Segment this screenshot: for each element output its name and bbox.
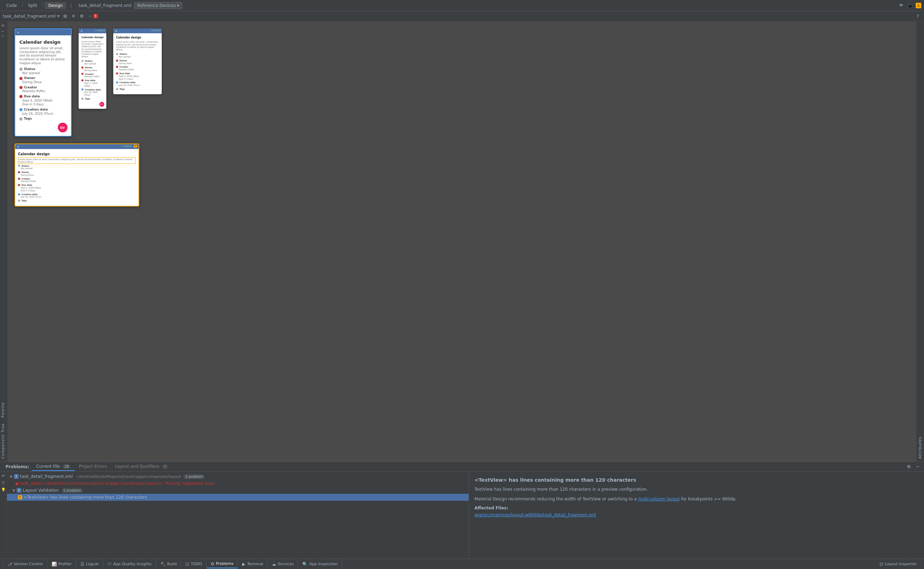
problem-group-1: ▼ X task_detail_fragment.xml ~/AndroidSt…	[7, 473, 469, 501]
problem-error-item[interactable]: ● task_detail <androidx.coordinatorlayou…	[7, 480, 469, 487]
terminal-item[interactable]: ▶ Terminal	[238, 560, 268, 568]
owner-label: Owner	[20, 76, 67, 81]
project-errors-tab[interactable]: Project Errors	[75, 463, 111, 471]
toolbar-right: 👁 📱 ⚠	[898, 2, 921, 9]
file-name-label[interactable]: task_detail_fragment.xml	[3, 14, 55, 19]
app-inspection-icon: 🔍	[302, 562, 308, 567]
card-fab-main[interactable]: ✏	[58, 123, 68, 132]
build-label: Build	[167, 562, 177, 566]
w-creator-icon	[18, 178, 20, 180]
constraint-icon[interactable]: ✕	[70, 13, 77, 20]
w-owner-lbl: Owner	[18, 171, 136, 173]
canvas-area[interactable]: Calendar design Lorem ipsum dolor sit am…	[8, 21, 916, 462]
preview-card-2[interactable]: Calendar design Lorem ipsum dolor sit am…	[79, 29, 106, 109]
c3-tags-lbl: Tags	[116, 88, 159, 90]
toolbar-more-button[interactable]: »	[89, 14, 91, 18]
main-content: 👁 ← ↑ Palette Component Tree Calendar de…	[0, 21, 924, 462]
device-icon[interactable]: 📱	[907, 2, 913, 9]
version-control-label: Version Control	[14, 562, 43, 566]
tab-split[interactable]: Split	[24, 2, 41, 9]
layout-inspector-item[interactable]: ⊡ Layout Inspector	[875, 560, 921, 568]
warning-item-selected[interactable]: ! <TextView> has lines containing more t…	[7, 494, 469, 501]
w-due-icon	[18, 184, 20, 186]
card3-tags: Tags	[116, 88, 159, 90]
problem-filepath: ~/AndroidStudioProjects/trackr/app/src/m…	[76, 475, 181, 479]
problems-status-item[interactable]: ⊙ Problems	[207, 560, 238, 568]
todo-item[interactable]: ☑ TODO	[181, 560, 206, 568]
logcat-item[interactable]: ☰ Logcat	[76, 560, 103, 568]
card2-fab[interactable]: ✏	[99, 102, 104, 107]
card-body-main: Calendar design Lorem ipsum dolor sit am…	[15, 35, 71, 136]
w-tags-lbl: Tags	[18, 199, 136, 202]
component-tree-tab[interactable]: Component Tree	[0, 420, 7, 462]
help-icon[interactable]: ?	[914, 13, 921, 20]
preview-card-3[interactable]: + Android Calendar design Lorem ipsum do…	[113, 29, 162, 94]
current-file-tab[interactable]: Current File 28	[32, 463, 75, 471]
owner-icon	[20, 77, 23, 80]
settings-icon[interactable]: ⚙	[905, 463, 912, 470]
card-header-warning: + Android !	[15, 144, 138, 149]
card-title-2: Calendar design	[81, 36, 103, 39]
build-item[interactable]: 🔨 Build	[156, 560, 182, 568]
status-label: Status	[20, 67, 67, 72]
w-due-val2: Due in 3 days	[21, 189, 136, 192]
minimize-icon[interactable]: −	[914, 463, 921, 470]
affected-file-link[interactable]: app/src/main/res/layout-w600dp/task_deta…	[475, 513, 918, 517]
settings-small-icon[interactable]: ⚙	[78, 13, 85, 20]
w-creation: Creation date July 16, 2020 (Thur)	[18, 193, 136, 199]
problems-icon: ⊙	[211, 561, 214, 566]
detail-body-1: TextView has lines containing more than …	[475, 486, 918, 492]
build-icon: 🔨	[160, 562, 165, 567]
c3-due-icon	[116, 72, 118, 75]
chevron-down-icon-2: ▼	[12, 488, 15, 492]
eye-icon[interactable]: 👁	[898, 2, 904, 9]
palette-tab[interactable]: Palette	[0, 399, 7, 420]
w-status: Status Not started	[18, 164, 136, 170]
problem-count-1: 1 problem	[184, 475, 205, 479]
app-quality-item[interactable]: 🛡 App Quality Insights	[103, 560, 156, 568]
multi-column-link[interactable]: multi-column layout	[638, 497, 680, 501]
services-item[interactable]: ☁ Services	[268, 560, 298, 568]
c3-status-icon	[116, 53, 118, 55]
preview-card-main[interactable]: Calendar design Lorem ipsum dolor sit am…	[15, 29, 72, 137]
c2-owner-val: Daring Dove	[84, 69, 103, 72]
app-inspection-item[interactable]: 🔍 App Inspection	[298, 560, 342, 568]
attributes-panel[interactable]: Attributes	[916, 21, 924, 462]
problems-bulb-icon[interactable]: 💡	[1, 487, 6, 492]
header-dot-3	[115, 30, 117, 32]
w-android-badge: + Android	[121, 145, 132, 147]
version-control-item[interactable]: ⎇ Version Control	[3, 560, 47, 568]
card-header-3: + Android	[113, 29, 162, 33]
up-arrow-icon[interactable]: ↑	[0, 34, 6, 40]
left-arrow-icon[interactable]: ←	[0, 29, 6, 34]
tab-design[interactable]: Design	[45, 2, 66, 9]
creation-label: Creation date	[20, 108, 67, 112]
c3-due-val2: Due in 3 days	[119, 78, 159, 81]
preview-card-warning[interactable]: + Android ! Calendar design Lorem ipsum …	[15, 143, 139, 207]
tab-sep-1: |	[22, 2, 23, 9]
eye-small-icon[interactable]: 👁	[0, 23, 6, 29]
card-field-creator: Creator Peaceful Puffin	[20, 85, 67, 94]
bottom-panel: Problems: Current File 28 Project Errors…	[0, 462, 924, 558]
error-item-text: task_detail <androidx.coordinatorlayout.…	[20, 481, 215, 486]
layout-validation-count: 1 problem	[62, 488, 83, 493]
tab-code[interactable]: Code	[3, 2, 20, 9]
c3-creation-icon	[116, 81, 118, 84]
preview-row-2: + Android ! Calendar design Lorem ipsum …	[15, 143, 909, 207]
problems-status-label: Problems	[216, 561, 234, 566]
creation-icon	[20, 108, 23, 111]
problems-list-icon[interactable]: ☰	[1, 480, 6, 485]
warning-badge[interactable]: ⚠	[916, 3, 921, 8]
card2-due: Due date Sept 2, 2020 (Wed)	[81, 79, 103, 87]
layout-qualifiers-tab[interactable]: Layout and Qualifiers 2	[111, 463, 172, 471]
c2-due-lbl: Due date	[81, 79, 103, 82]
layout-validation-subgroup[interactable]: ▼ X Layout Validation 1 problem	[7, 487, 469, 494]
layout-grid-icon[interactable]: ⊞	[62, 13, 68, 20]
profiler-item[interactable]: 📊 Profiler	[47, 560, 77, 568]
c2-creation-val: July 16, 2020 (Thur)	[84, 91, 103, 96]
problem-group-header-1[interactable]: ▼ X task_detail_fragment.xml ~/AndroidSt…	[7, 473, 469, 480]
reference-devices-button[interactable]: Reference Devices ▾	[134, 2, 182, 9]
problems-eye-icon[interactable]: 👁	[1, 473, 6, 479]
c3-android-badge: + Android	[150, 29, 160, 32]
c2-owner-lbl: Owner	[81, 66, 103, 69]
